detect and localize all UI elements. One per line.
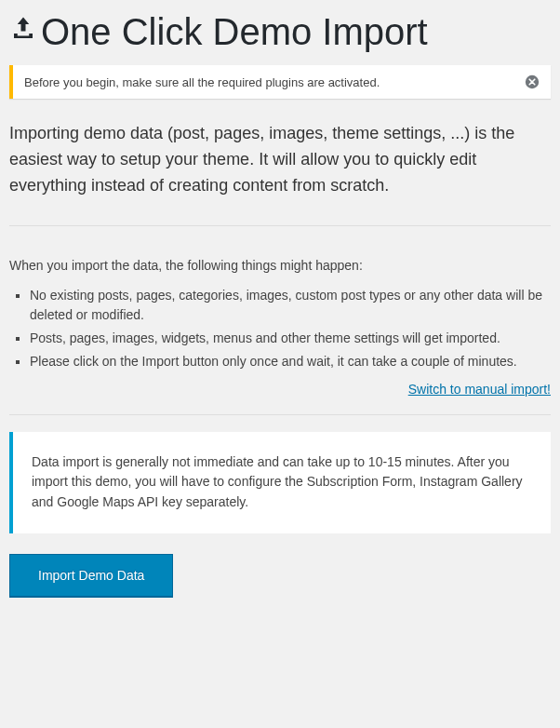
- notice-text: Before you begin, make sure all the requ…: [24, 75, 380, 89]
- switch-link-wrap: Switch to manual import!: [9, 381, 551, 398]
- info-box: Data import is generally not immediate a…: [9, 432, 551, 533]
- list-item: Posts, pages, images, widgets, menus and…: [30, 329, 551, 348]
- divider: [9, 225, 551, 226]
- divider: [9, 414, 551, 415]
- page-title-text: One Click Demo Import: [41, 9, 428, 54]
- page-title: One Click Demo Import: [9, 9, 551, 54]
- things-list: No existing posts, pages, categories, im…: [9, 286, 551, 371]
- import-demo-data-button[interactable]: Import Demo Data: [9, 554, 173, 597]
- list-item: No existing posts, pages, categories, im…: [30, 286, 551, 325]
- warning-notice: Before you begin, make sure all the requ…: [9, 65, 551, 99]
- list-item: Please click on the Import button only o…: [30, 352, 551, 371]
- upload-icon: [9, 15, 37, 43]
- intro-paragraph: Importing demo data (post, pages, images…: [9, 121, 551, 199]
- switch-manual-import-link[interactable]: Switch to manual import!: [408, 382, 551, 397]
- things-heading: When you import the data, the following …: [9, 258, 551, 273]
- info-box-text: Data import is generally not immediate a…: [32, 452, 532, 513]
- close-icon[interactable]: [525, 74, 540, 89]
